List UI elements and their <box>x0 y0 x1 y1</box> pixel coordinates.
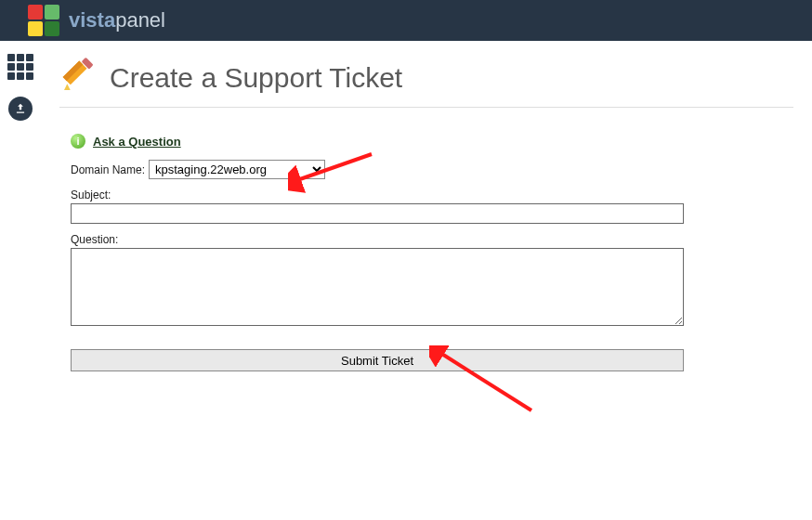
domain-label: Domain Name: <box>71 163 145 176</box>
ask-question-row: i Ask a Question <box>71 134 793 149</box>
svg-marker-0 <box>64 84 71 90</box>
logo-icon <box>28 5 59 36</box>
subject-label: Subject: <box>71 188 793 202</box>
brand-suffix: panel <box>115 8 165 32</box>
page-header: Create a Support Ticket <box>59 58 793 98</box>
brand-text: vistapanel <box>69 8 165 32</box>
brand-prefix: vista <box>69 8 115 32</box>
domain-select[interactable]: kpstaging.22web.org <box>149 160 325 179</box>
question-block: Question: <box>71 233 793 329</box>
pencil-icon <box>59 58 97 98</box>
page-title: Create a Support Ticket <box>110 62 402 94</box>
subject-input[interactable] <box>71 203 684 224</box>
question-label: Question: <box>71 233 793 246</box>
left-rail <box>0 41 41 520</box>
form-content: i Ask a Question Domain Name: kpstaging.… <box>59 134 793 371</box>
apps-grid-icon[interactable] <box>7 54 33 80</box>
topbar: vistapanel <box>0 0 812 41</box>
question-textarea[interactable] <box>71 248 684 326</box>
submit-button[interactable]: Submit Ticket <box>71 349 684 371</box>
upload-icon[interactable] <box>8 97 33 121</box>
domain-row: Domain Name: kpstaging.22web.org <box>71 160 793 179</box>
header-divider <box>59 107 793 108</box>
main-area: Create a Support Ticket i Ask a Question… <box>41 41 812 520</box>
subject-block: Subject: <box>71 188 793 224</box>
ask-question-link[interactable]: Ask a Question <box>93 135 181 149</box>
info-icon: i <box>71 134 85 149</box>
